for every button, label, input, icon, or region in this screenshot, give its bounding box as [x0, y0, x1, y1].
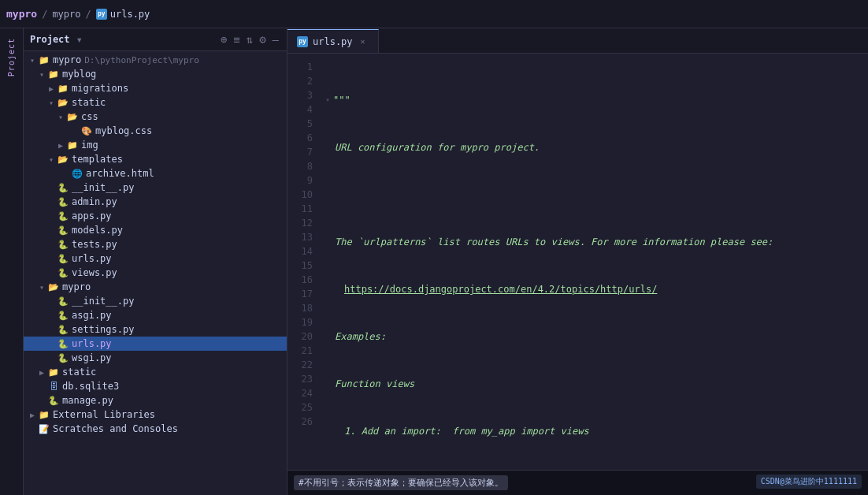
label-scratches: Scratches and Consoles [53, 423, 178, 434]
expand-icon[interactable]: ⇅ [245, 32, 254, 47]
tree-item-mypro-root[interactable]: ▾ 📁 mypro D:\pythonProject\mypro [24, 53, 287, 67]
code-line-1: ▾""" [325, 93, 868, 107]
tree-item-templates[interactable]: ▾ 📂 templates [24, 152, 287, 166]
line-num-12: 12 [287, 216, 319, 230]
label-myblog: myblog [62, 69, 96, 80]
label-urls-myblog: urls.py [72, 253, 112, 264]
settings-icon[interactable]: ⚙ [258, 32, 267, 47]
path-hint-mypro: D:\pythonProject\mypro [84, 55, 199, 65]
tree-item-mypro-sub[interactable]: ▾ 📂 mypro [24, 280, 287, 294]
arrow-templates: ▾ [46, 154, 57, 165]
line-num-15: 15 [287, 259, 319, 273]
tree-item-archive-html[interactable]: ▶ 🌐 archive.html [24, 166, 287, 181]
line-num-17: 17 [287, 287, 319, 301]
code-line-6: Examples: [325, 329, 868, 344]
panel-title: Project [30, 34, 70, 45]
tree-item-asgi[interactable]: ▶ 🐍 asgi.py [24, 308, 287, 322]
minimize-icon[interactable]: — [271, 32, 280, 47]
tree-item-apps-py[interactable]: ▶ 🐍 apps.py [24, 209, 287, 223]
collapse-icon[interactable]: ≡ [232, 32, 241, 47]
label-admin-py: admin.py [72, 196, 117, 207]
tree-item-urls-myblog[interactable]: ▶ 🐍 urls.py [24, 251, 287, 266]
py-file-icon-apps: 🐍 [57, 210, 69, 222]
tree-item-admin-py[interactable]: ▶ 🐍 admin.py [24, 195, 287, 209]
file-tree: ▾ 📁 mypro D:\pythonProject\mypro ▾ 📁 myb… [24, 51, 287, 495]
label-wsgi: wsgi.py [72, 352, 112, 363]
code-line-2: URL configuration for mypro project. [325, 140, 868, 154]
tree-item-static-root[interactable]: ▶ 📁 static [24, 365, 287, 379]
panel-header: Project ▾ ⊕ ≡ ⇅ ⚙ — [24, 28, 287, 51]
tree-item-migrations[interactable]: ▶ 📁 migrations [24, 81, 287, 95]
line-num-16: 16 [287, 273, 319, 287]
tab-bar: py urls.py ✕ [287, 28, 868, 54]
label-static: static [72, 97, 106, 108]
tab-close-button[interactable]: ✕ [358, 36, 369, 47]
label-static-root: static [62, 367, 96, 378]
tree-item-db[interactable]: ▶ 🗄 db.sqlite3 [24, 379, 287, 393]
tree-item-models-py[interactable]: ▶ 🐍 models.py [24, 223, 287, 237]
tree-item-myblog[interactable]: ▾ 📁 myblog [24, 67, 287, 81]
project-panel: Project ▾ ⊕ ≡ ⇅ ⚙ — ▾ 📁 mypro D:\pythonP… [24, 28, 287, 495]
html-file-icon: 🌐 [71, 167, 83, 180]
fold-1[interactable]: ▾ [325, 93, 330, 107]
py-file-icon-mypro-init: 🐍 [57, 295, 69, 307]
tree-item-tests-py[interactable]: ▶ 🐍 tests.py [24, 237, 287, 251]
py-file-icon-init: 🐍 [57, 181, 69, 194]
scratches-icon: 📝 [38, 422, 50, 435]
tree-item-scratches[interactable]: ▶ 📝 Scratches and Consoles [24, 422, 287, 436]
line-num-22: 22 [287, 358, 319, 372]
tree-item-css[interactable]: ▾ 📂 css [24, 110, 287, 124]
line-num-1: 1 [287, 60, 319, 74]
code-line-3 [325, 188, 868, 202]
label-views-py: views.py [72, 267, 117, 278]
arrow-mypro-root: ▾ [27, 54, 38, 65]
tree-item-mypro-init[interactable]: ▶ 🐍 __init__.py [24, 294, 287, 308]
py-file-icon-settings: 🐍 [57, 323, 69, 336]
tree-item-urls-active[interactable]: ▶ 🐍 urls.py [24, 337, 287, 351]
tab-urls[interactable]: py urls.py ✕ [287, 29, 379, 53]
tree-item-views-py[interactable]: ▶ 🐍 views.py [24, 266, 287, 280]
line-num-5: 5 [287, 117, 319, 131]
line-num-23: 23 [287, 372, 319, 386]
editor-area: py urls.py ✕ 1 2 3 4 5 6 7 8 9 10 11 12 … [287, 28, 868, 495]
line-num-25: 25 [287, 400, 319, 415]
tree-item-init-py[interactable]: ▶ 🐍 __init__.py [24, 181, 287, 195]
arrow-migrations: ▶ [46, 83, 57, 94]
tab-label: urls.py [313, 36, 353, 47]
folder-icon-migrations: 📁 [57, 82, 69, 95]
label-migrations: migrations [72, 83, 128, 94]
tree-item-settings[interactable]: ▶ 🐍 settings.py [24, 322, 287, 337]
label-manage: manage.py [62, 395, 113, 406]
label-ext-libs: External Libraries [53, 409, 155, 420]
sep1: / [42, 9, 47, 20]
tree-item-img[interactable]: ▶ 📁 img [24, 138, 287, 152]
label-mypro-sub: mypro [62, 281, 91, 292]
css-file-icon: 🎨 [80, 125, 93, 137]
line-num-7: 7 [287, 145, 319, 159]
code-content[interactable]: ▾""" URL configuration for mypro project… [319, 54, 868, 470]
line-num-10: 10 [287, 188, 319, 202]
line-numbers: 1 2 3 4 5 6 7 8 9 10 11 12 13 14 15 16 1… [287, 54, 319, 470]
tree-item-myblog-css[interactable]: ▶ 🎨 myblog.css [24, 124, 287, 138]
line-num-4: 4 [287, 102, 319, 117]
arrow-static: ▾ [46, 97, 57, 108]
tree-item-wsgi[interactable]: ▶ 🐍 wsgi.py [24, 351, 287, 365]
py-file-icon-wsgi: 🐍 [57, 352, 69, 364]
tree-item-ext-libs[interactable]: ▶ 📁 External Libraries [24, 408, 287, 422]
line-num-20: 20 [287, 329, 319, 344]
folder-icon-myblog: 📁 [47, 68, 60, 80]
breadcrumb-path: mypro [52, 9, 80, 20]
db-file-icon: 🗄 [47, 380, 60, 393]
label-settings: settings.py [72, 324, 134, 335]
add-icon[interactable]: ⊕ [219, 32, 228, 47]
tree-item-static[interactable]: ▾ 📂 static [24, 95, 287, 110]
py-file-icon-urls-myblog: 🐍 [57, 252, 69, 265]
line-num-8: 8 [287, 159, 319, 173]
label-myblog-css: myblog.css [95, 125, 152, 136]
code-editor[interactable]: 1 2 3 4 5 6 7 8 9 10 11 12 13 14 15 16 1… [287, 54, 868, 470]
project-label: Project [6, 32, 17, 83]
folder-icon-mypro: 📁 [38, 54, 50, 66]
tree-item-manage[interactable]: ▶ 🐍 manage.py [24, 393, 287, 408]
label-img: img [81, 140, 98, 151]
panel-dropdown-icon[interactable]: ▾ [75, 32, 84, 47]
